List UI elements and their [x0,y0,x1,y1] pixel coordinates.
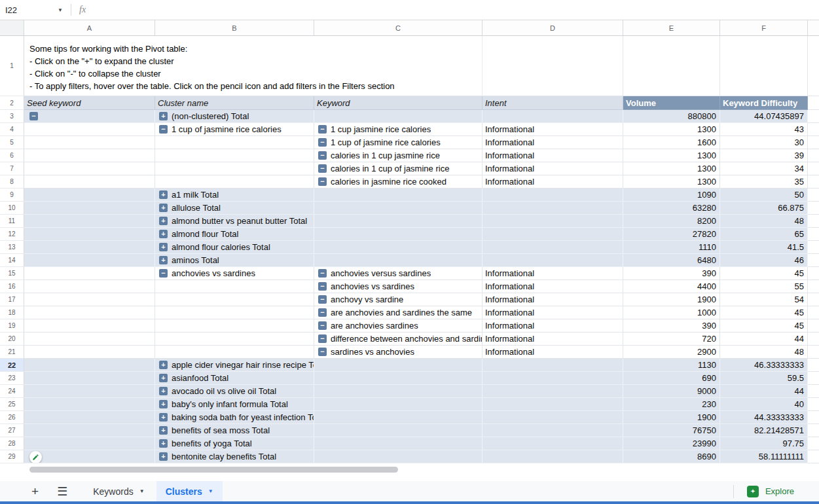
cluster-name-cell[interactable]: +almond butter vs peanut butter Total [155,215,314,228]
cluster-name-cell[interactable] [155,280,314,293]
cluster-name-cell[interactable]: +almond flour calories Total [155,241,314,254]
chevron-down-icon[interactable]: ▼ [58,7,63,13]
add-sheet-icon[interactable]: + [31,484,39,499]
volume-cell[interactable]: 1000 [623,306,720,319]
plus-icon[interactable]: + [159,112,168,120]
volume-cell[interactable]: 23990 [623,437,720,450]
row-header[interactable]: 18 [0,306,24,319]
intent-cell[interactable] [482,372,623,385]
intent-cell[interactable]: Informational [482,280,623,293]
keyword-difficulty-cell[interactable]: 39 [720,149,808,162]
seed-keyword-cell[interactable] [24,123,155,136]
intent-cell[interactable] [482,424,623,437]
cluster-name-cell[interactable]: +a1 milk Total [155,189,314,202]
intent-cell[interactable]: Informational [482,175,623,189]
minus-icon[interactable]: − [159,269,168,278]
seed-keyword-cell[interactable]: − [24,110,155,123]
intent-cell[interactable]: Informational [482,319,623,333]
cluster-name-cell[interactable]: −1 cup of jasmine rice calories [155,123,314,136]
volume-cell[interactable]: 1090 [623,189,720,202]
row-header[interactable]: 16 [0,280,24,293]
plus-icon[interactable]: + [159,374,168,382]
row-header[interactable]: 1 [0,36,24,96]
keyword-cell[interactable]: −anchovy vs sardine [314,293,482,306]
minus-icon[interactable]: − [318,125,327,134]
keyword-difficulty-cell[interactable]: 65 [720,228,808,241]
plus-icon[interactable]: + [159,452,168,461]
keyword-difficulty-cell[interactable]: 46 [720,254,808,267]
intent-cell[interactable] [482,202,623,215]
row-header[interactable]: 2 [0,96,24,110]
keyword-cell[interactable]: −sardines vs anchovies [314,346,482,359]
intent-cell[interactable]: Informational [482,162,623,175]
volume-cell[interactable]: 6480 [623,254,720,267]
volume-cell[interactable]: 720 [623,333,720,346]
cluster-name-cell[interactable]: −anchovies vs sardines [155,267,314,280]
keyword-cell[interactable] [314,189,482,202]
keyword-cell[interactable]: −1 cup of jasmine rice calories [314,136,482,149]
keyword-difficulty-cell[interactable]: 43 [720,123,808,136]
keyword-difficulty-cell[interactable]: 54 [720,293,808,306]
volume-cell[interactable]: 63280 [623,202,720,215]
keyword-cell[interactable] [314,215,482,228]
intent-cell[interactable] [482,215,623,228]
intent-cell[interactable]: Informational [482,333,623,346]
keyword-cell[interactable]: −calories in jasmine rice cooked [314,175,482,189]
seed-keyword-cell[interactable] [24,385,155,398]
keyword-difficulty-cell[interactable]: 41.5 [720,241,808,254]
keyword-cell[interactable] [314,372,482,385]
seed-keyword-cell[interactable] [24,162,155,175]
row-header[interactable]: 17 [0,293,24,306]
volume-cell[interactable]: 690 [623,372,720,385]
keyword-difficulty-cell[interactable]: 82.21428571 [720,424,808,437]
intent-cell[interactable]: Informational [482,267,623,280]
row-header[interactable]: 23 [0,372,24,385]
row-header[interactable]: 27 [0,424,24,437]
column-header-a[interactable]: A [24,20,155,35]
row-header[interactable]: 3 [0,110,24,123]
cluster-name-cell[interactable]: +aminos Total [155,254,314,267]
cluster-name-cell[interactable] [155,293,314,306]
cluster-name-cell[interactable]: +allulose Total [155,202,314,215]
volume-cell[interactable]: 1300 [623,123,720,136]
plus-icon[interactable]: + [159,413,168,422]
plus-icon[interactable]: + [159,204,168,212]
header-keyword-difficulty[interactable]: Keyword Difficulty [720,96,808,110]
intent-cell[interactable]: Informational [482,306,623,319]
cluster-name-cell[interactable]: +baby's only infant formula Total [155,398,314,411]
keyword-cell[interactable]: −are anchovies sardines [314,319,482,333]
cluster-name-cell[interactable] [155,149,314,162]
seed-keyword-cell[interactable] [24,228,155,241]
seed-keyword-cell[interactable] [24,424,155,437]
row-header[interactable]: 10 [0,202,24,215]
minus-icon[interactable]: − [159,125,168,134]
keyword-difficulty-cell[interactable]: 50 [720,189,808,202]
seed-keyword-cell[interactable] [24,306,155,319]
seed-keyword-cell[interactable] [24,175,155,189]
plus-icon[interactable]: + [159,387,168,395]
minus-icon[interactable]: − [29,112,38,120]
volume-cell[interactable]: 1900 [623,293,720,306]
intent-cell[interactable] [482,450,623,463]
hamburger-icon[interactable]: ☰ [57,484,67,499]
seed-keyword-cell[interactable] [24,293,155,306]
header-cluster-name[interactable]: Cluster name [155,96,314,110]
keyword-difficulty-cell[interactable]: 44 [720,333,808,346]
row-header[interactable]: 25 [0,398,24,411]
empty-cell[interactable] [623,36,720,96]
row-header[interactable]: 5 [0,136,24,149]
seed-keyword-cell[interactable] [24,149,155,162]
edit-pencil-icon[interactable] [29,451,42,463]
keyword-difficulty-cell[interactable]: 58.11111111 [720,450,808,463]
seed-keyword-cell[interactable] [24,359,155,372]
horizontal-scrollbar-thumb[interactable] [29,467,398,473]
plus-icon[interactable]: + [159,439,168,448]
intent-cell[interactable]: Informational [482,149,623,162]
keyword-difficulty-cell[interactable]: 48 [720,346,808,359]
volume-cell[interactable]: 1600 [623,136,720,149]
cluster-name-cell[interactable] [155,175,314,189]
row-header[interactable]: 6 [0,149,24,162]
cluster-name-cell[interactable]: +bentonite clay benefits Total [155,450,314,463]
row-header[interactable]: 7 [0,162,24,175]
empty-cell[interactable] [482,36,623,96]
